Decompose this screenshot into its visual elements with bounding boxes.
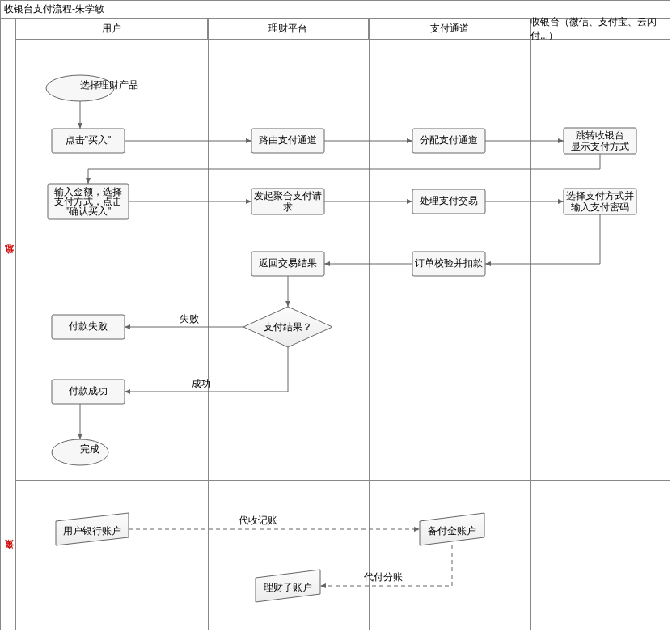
node-dispatch: 分配支付通道 bbox=[412, 129, 485, 153]
node-choose-method: 选择支付方式并 输入支付密码 bbox=[564, 189, 636, 214]
svg-text:求: 求 bbox=[283, 201, 293, 213]
svg-text:返回交易结果: 返回交易结果 bbox=[259, 257, 317, 269]
svg-text:发起聚合支付请: 发起聚合支付请 bbox=[254, 190, 322, 201]
node-jump-cashier: 跳转收银台 显示支付方式 bbox=[564, 128, 636, 154]
svg-text:点击"买入": 点击"买入" bbox=[66, 134, 112, 146]
node-sub-account: 理财子账户 bbox=[256, 570, 320, 602]
svg-text:备付金账户: 备付金账户 bbox=[428, 525, 476, 537]
flow-svg: 选择理财产品 完成 点击"买入" 路由支付通道 分配支付通道 跳转收银台 bbox=[15, 40, 671, 630]
node-bank-account: 用户银行账户 bbox=[56, 513, 129, 545]
svg-text:付款失败: 付款失败 bbox=[68, 320, 108, 332]
lane-header-channel: 支付通道 bbox=[369, 19, 530, 40]
node-verify: 订单校验并扣款 bbox=[412, 252, 485, 276]
diagram-frame: 收银台支付流程-朱学敏 用户 理财平台 支付通道 收银台（微信、支付宝、云闪付.… bbox=[0, 0, 670, 630]
svg-text:输入支付密码: 输入支付密码 bbox=[571, 201, 629, 213]
node-fail: 付款失败 bbox=[52, 315, 125, 339]
svg-text:支付结果？: 支付结果？ bbox=[264, 321, 312, 333]
row-label-info: 信息流 bbox=[1, 40, 15, 481]
svg-text:选择理财产品: 选择理财产品 bbox=[80, 79, 138, 91]
svg-text:显示支付方式: 显示支付方式 bbox=[571, 141, 629, 152]
svg-text:分配支付通道: 分配支付通道 bbox=[420, 134, 478, 146]
edge bbox=[485, 214, 600, 264]
edge bbox=[88, 154, 600, 184]
node-route: 路由支付通道 bbox=[251, 129, 324, 153]
edge-payout-label: 代付分账 bbox=[363, 571, 403, 583]
svg-text:完成: 完成 bbox=[80, 443, 99, 455]
node-success: 付款成功 bbox=[52, 380, 125, 404]
node-done: 完成 bbox=[52, 439, 108, 465]
swimlane-grid: 用户 理财平台 支付通道 收银台（微信、支付宝、云闪付...） 信息流 资金流 … bbox=[1, 19, 670, 630]
node-process-tx: 处理支付交易 bbox=[412, 189, 485, 214]
svg-text:选择支付方式并: 选择支付方式并 bbox=[566, 190, 634, 201]
svg-text:跳转收银台: 跳转收银台 bbox=[576, 129, 624, 141]
svg-text:付款成功: 付款成功 bbox=[68, 385, 108, 397]
svg-text:理财子账户: 理财子账户 bbox=[264, 582, 312, 593]
svg-text:处理支付交易: 处理支付交易 bbox=[420, 195, 478, 206]
node-reserve-account: 备付金账户 bbox=[420, 513, 484, 545]
svg-text:路由支付通道: 路由支付通道 bbox=[259, 134, 317, 146]
svg-text:用户银行账户: 用户银行账户 bbox=[63, 525, 121, 537]
node-decision: 支付结果？ bbox=[243, 307, 332, 347]
lane-header-user: 用户 bbox=[15, 19, 208, 40]
lane-header-platform: 理财平台 bbox=[208, 19, 369, 40]
lane-header-cashier: 收银台（微信、支付宝、云闪付...） bbox=[530, 19, 670, 40]
edge-fail-label: 失败 bbox=[180, 313, 199, 324]
svg-text:订单校验并扣款: 订单校验并扣款 bbox=[415, 257, 483, 269]
node-return-result: 返回交易结果 bbox=[251, 252, 324, 276]
node-input-amount: 输入金额，选择 支付方式，点击 "确认买入" bbox=[48, 184, 129, 219]
node-click-buy: 点击"买入" bbox=[52, 129, 125, 153]
edge-success-label: 成功 bbox=[192, 378, 211, 389]
svg-text:"确认买入": "确认买入" bbox=[66, 206, 112, 217]
edge-collect-label: 代收记账 bbox=[238, 515, 277, 526]
row-label-fund: 资金流 bbox=[1, 480, 15, 630]
node-select-product: 选择理财产品 bbox=[46, 75, 138, 101]
node-aggregate-pay: 发起聚合支付请 求 bbox=[251, 189, 324, 214]
